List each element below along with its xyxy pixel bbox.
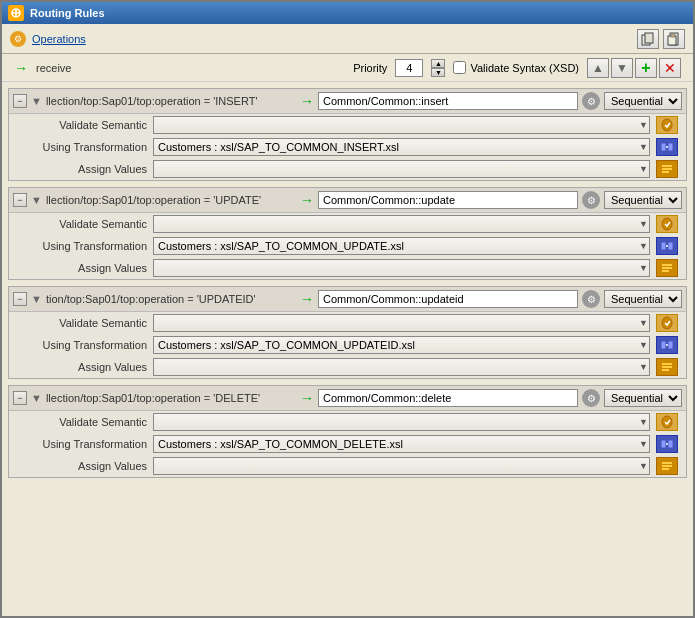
row-icon-button-1-3[interactable] — [656, 160, 678, 178]
row-icon-button-2-2[interactable] — [656, 237, 678, 255]
row-icon-button-4-1[interactable] — [656, 413, 678, 431]
gear-button-3[interactable]: ⚙ — [582, 290, 600, 308]
row-select-1-2[interactable]: Customers : xsl/SAP_TO_COMMON_INSERT.xsl — [153, 138, 650, 156]
row-select-4-3[interactable] — [153, 457, 650, 475]
row-icon-button-2-1[interactable] — [656, 215, 678, 233]
svg-rect-9 — [661, 143, 666, 151]
gear-button-2[interactable]: ⚙ — [582, 191, 600, 209]
row-select-2-2[interactable]: Customers : xsl/SAP_TO_COMMON_UPDATE.xsl — [153, 237, 650, 255]
rule-row-4-3: Assign Values▼ — [9, 455, 686, 477]
gear-button-1[interactable]: ⚙ — [582, 92, 600, 110]
priority-input[interactable] — [395, 59, 423, 77]
priority-up-button[interactable]: ▲ — [431, 59, 445, 68]
title-bar: Routing Rules — [2, 2, 693, 24]
validate-syntax-check: Validate Syntax (XSD) — [453, 61, 579, 74]
row-label-1-2: Using Transformation — [17, 141, 147, 153]
row-select-3-1[interactable] — [153, 314, 650, 332]
operations-link[interactable]: Operations — [32, 33, 86, 45]
row-icon-button-2-3[interactable] — [656, 259, 678, 277]
row-label-3-1: Validate Semantic — [17, 317, 147, 329]
sequential-select-4[interactable]: Sequential — [604, 389, 682, 407]
rule-row-3-1: Validate Semantic▼ — [9, 312, 686, 334]
select-wrapper-2-2: Customers : xsl/SAP_TO_COMMON_UPDATE.xsl… — [153, 237, 650, 255]
row-icon-button-3-1[interactable] — [656, 314, 678, 332]
collapse-button-2[interactable]: − — [13, 193, 27, 207]
priority-spinner: ▲ ▼ — [431, 59, 445, 77]
rule-group-2: −▼llection/top:Sap01/top:operation = 'UP… — [8, 187, 687, 280]
operation-input-4[interactable] — [318, 389, 578, 407]
operation-input-3[interactable] — [318, 290, 578, 308]
row-select-4-1[interactable] — [153, 413, 650, 431]
svg-rect-15 — [661, 242, 666, 250]
filter-icon-4: ▼ — [31, 392, 42, 404]
row-icon-button-4-2[interactable] — [656, 435, 678, 453]
rule-row-2-2: Using TransformationCustomers : xsl/SAP_… — [9, 235, 686, 257]
svg-rect-11 — [662, 165, 672, 167]
operation-input-2[interactable] — [318, 191, 578, 209]
svg-rect-31 — [662, 468, 669, 470]
receive-arrow-icon: → — [14, 60, 28, 76]
move-up-button[interactable]: ▲ — [587, 58, 609, 78]
operation-arrow-icon-1: → — [300, 93, 314, 109]
row-select-1-1[interactable] — [153, 116, 650, 134]
row-icon-button-3-2[interactable] — [656, 336, 678, 354]
rule-group-3: −▼tion/top:Sap01/top:operation = 'UPDATE… — [8, 286, 687, 379]
row-icon-button-1-1[interactable] — [656, 116, 678, 134]
rule-group-4: −▼llection/top:Sap01/top:operation = 'DE… — [8, 385, 687, 478]
row-select-4-2[interactable]: Customers : xsl/SAP_TO_COMMON_DELETE.xsl — [153, 435, 650, 453]
svg-rect-27 — [661, 440, 666, 448]
select-wrapper-1-3: ▼ — [153, 160, 650, 178]
gear-button-4[interactable]: ⚙ — [582, 389, 600, 407]
validate-syntax-checkbox[interactable] — [453, 61, 466, 74]
select-wrapper-4-3: ▼ — [153, 457, 650, 475]
sequential-select-2[interactable]: Sequential — [604, 191, 682, 209]
add-rule-button[interactable]: + — [635, 58, 657, 78]
delete-rule-button[interactable]: ✕ — [659, 58, 681, 78]
select-wrapper-3-1: ▼ — [153, 314, 650, 332]
rule-header-1: −▼llection/top:Sap01/top:operation = 'IN… — [9, 89, 686, 114]
row-select-1-3[interactable] — [153, 160, 650, 178]
rule-header-4: −▼llection/top:Sap01/top:operation = 'DE… — [9, 386, 686, 411]
svg-rect-17 — [662, 264, 672, 266]
row-icon-button-3-3[interactable] — [656, 358, 678, 376]
paste-button[interactable] — [663, 29, 685, 49]
rule-row-3-2: Using TransformationCustomers : xsl/SAP_… — [9, 334, 686, 356]
svg-rect-23 — [662, 363, 672, 365]
filter-icon-3: ▼ — [31, 293, 42, 305]
select-wrapper-2-1: ▼ — [153, 215, 650, 233]
row-label-3-2: Using Transformation — [17, 339, 147, 351]
select-wrapper-1-1: ▼ — [153, 116, 650, 134]
row-icon-button-1-2[interactable] — [656, 138, 678, 156]
row-select-2-3[interactable] — [153, 259, 650, 277]
move-down-button[interactable]: ▼ — [611, 58, 633, 78]
row-select-2-1[interactable] — [153, 215, 650, 233]
rule-row-4-2: Using TransformationCustomers : xsl/SAP_… — [9, 433, 686, 455]
collapse-button-1[interactable]: − — [13, 94, 27, 108]
copy-button[interactable] — [637, 29, 659, 49]
svg-rect-4 — [645, 33, 653, 43]
row-label-4-3: Assign Values — [17, 460, 147, 472]
svg-point-14 — [662, 218, 672, 230]
priority-down-button[interactable]: ▼ — [431, 68, 445, 77]
rule-header-3: −▼tion/top:Sap01/top:operation = 'UPDATE… — [9, 287, 686, 312]
row-select-3-2[interactable]: Customers : xsl/SAP_TO_COMMON_UPDATEID.x… — [153, 336, 650, 354]
svg-rect-21 — [661, 341, 666, 349]
sequential-select-3[interactable]: Sequential — [604, 290, 682, 308]
operation-input-1[interactable] — [318, 92, 578, 110]
collapse-button-3[interactable]: − — [13, 292, 27, 306]
svg-rect-30 — [662, 465, 672, 467]
operations-icon: ⚙ — [10, 31, 26, 47]
validate-syntax-label: Validate Syntax (XSD) — [470, 62, 579, 74]
receive-label: receive — [36, 62, 71, 74]
svg-rect-13 — [662, 171, 669, 173]
condition-text-3: tion/top:Sap01/top:operation = 'UPDATEID… — [46, 293, 296, 305]
row-label-4-2: Using Transformation — [17, 438, 147, 450]
content-area: −▼llection/top:Sap01/top:operation = 'IN… — [2, 82, 693, 616]
row-icon-button-4-3[interactable] — [656, 457, 678, 475]
svg-point-20 — [662, 317, 672, 329]
row-select-3-3[interactable] — [153, 358, 650, 376]
sequential-select-1[interactable]: Sequential — [604, 92, 682, 110]
collapse-button-4[interactable]: − — [13, 391, 27, 405]
window-icon — [8, 5, 24, 21]
rule-row-1-1: Validate Semantic▼ — [9, 114, 686, 136]
